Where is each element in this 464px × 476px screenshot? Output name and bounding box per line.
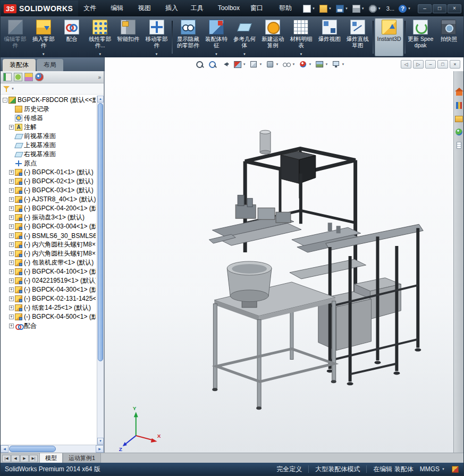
new-document-button[interactable]: ▼: [301, 4, 317, 14]
tree-item[interactable]: +(-) 包装机皮带<1> (默认): [2, 258, 96, 267]
tab-model[interactable]: 模型: [39, 453, 63, 463]
mate-button[interactable]: 配合: [57, 18, 86, 56]
expand-box[interactable]: +: [9, 179, 14, 184]
tree-item[interactable]: +(-) 内六角圆柱头螺钉M8×25[: [2, 249, 96, 258]
tree-item[interactable]: +(-) 纸套14-25<1> (默认): [2, 303, 96, 312]
featuremanager-filter[interactable]: ▼: [1, 83, 104, 95]
next-sheet-icon[interactable]: ▶: [20, 455, 29, 462]
zoom-area-button[interactable]: [207, 60, 218, 70]
tree-item[interactable]: +(-) BGPCK-04-300<1> (默认): [2, 285, 96, 294]
graphics-area[interactable]: Y X Z: [105, 71, 453, 453]
move-component-button[interactable]: 移动零部件▼: [142, 18, 171, 56]
tree-item[interactable]: +配合: [2, 321, 96, 330]
expand-box[interactable]: +: [9, 324, 14, 328]
tree-item[interactable]: 右视基准面: [2, 150, 96, 159]
scroll-down-icon[interactable]: ▼: [97, 438, 104, 445]
units-selector[interactable]: MMGS ▼: [420, 465, 445, 473]
tab-assembly[interactable]: 装配体: [3, 59, 36, 71]
featuremanager-tab-icon[interactable]: [3, 73, 12, 81]
update-speedpak-button[interactable]: 更新 Speedpak: [407, 18, 435, 56]
open-button[interactable]: ▼: [318, 4, 333, 14]
scrollbar-thumb[interactable]: [98, 103, 103, 361]
expand-box[interactable]: +: [9, 170, 14, 175]
expand-box[interactable]: +: [9, 197, 14, 202]
expand-box[interactable]: +: [9, 206, 14, 211]
motion-study-button[interactable]: 新建运动算例: [259, 18, 287, 56]
scrollbar-track[interactable]: [56, 445, 96, 453]
instant3d-button[interactable]: Instant3D: [375, 18, 403, 56]
doc-minimize-icon[interactable]: –: [425, 60, 436, 69]
expand-box[interactable]: +: [9, 287, 14, 292]
expand-box[interactable]: +: [9, 233, 14, 238]
window-prev-icon[interactable]: ◁: [401, 60, 411, 69]
menu-item[interactable]: Toolbox: [213, 1, 245, 16]
custom-properties-icon[interactable]: [455, 141, 463, 149]
expand-box[interactable]: +: [9, 224, 14, 229]
insert-component-button[interactable]: 插入零部件▼: [29, 18, 57, 56]
tree-item[interactable]: +(-) BGPCK-02<1> (默认): [2, 177, 96, 186]
tree-horizontal-scrollbar[interactable]: ◀ ▶: [1, 445, 104, 453]
snapshot-button[interactable]: 拍快照: [435, 18, 463, 56]
assembly-3d-view[interactable]: Y X Z: [105, 71, 453, 453]
show-hidden-button[interactable]: 显示隐藏的零部件: [174, 18, 202, 56]
assembly-features-button[interactable]: 装配体特征▼: [202, 18, 230, 56]
first-sheet-icon[interactable]: |◀: [2, 455, 11, 462]
panel-flyout-chevron-icon[interactable]: »: [98, 74, 101, 80]
reference-geometry-button[interactable]: 参考几何体▼: [231, 18, 259, 56]
collapse-box[interactable]: -: [3, 98, 7, 103]
doc-restore-icon[interactable]: □: [437, 60, 448, 69]
view-orientation-button[interactable]: ▼: [249, 60, 264, 70]
tree-item[interactable]: +(-) BGPCK-02-131-1425<1> (默: [2, 294, 96, 303]
expand-box[interactable]: +: [9, 125, 14, 130]
menu-item[interactable]: 插入(I): [160, 1, 185, 16]
tree-item[interactable]: +(-) BGPCK-04-500<1> (默认): [2, 312, 96, 321]
tree-item[interactable]: +(-) BGPCK-04-100<1> (默认): [2, 267, 96, 276]
scroll-right-icon[interactable]: ▶: [96, 445, 104, 453]
menu-item[interactable]: 工具(T): [185, 1, 213, 16]
tree-item[interactable]: 传感器: [2, 114, 96, 123]
hide-show-items-button[interactable]: ▼: [282, 60, 297, 70]
tree-item[interactable]: 前视基准面: [2, 132, 96, 141]
expand-box[interactable]: +: [9, 215, 14, 220]
menu-item[interactable]: 文件(F): [78, 1, 105, 16]
menu-item[interactable]: 帮助(H): [274, 1, 301, 16]
solidworks-resources-icon[interactable]: [455, 88, 463, 96]
tree-item[interactable]: 历史记录: [2, 105, 96, 114]
zoom-fit-button[interactable]: [194, 60, 205, 70]
expand-box[interactable]: +: [9, 269, 14, 274]
scrollbar-track[interactable]: [97, 362, 104, 438]
expand-box[interactable]: +: [9, 305, 14, 310]
displaymanager-tab-icon[interactable]: [35, 73, 44, 81]
print-button[interactable]: ▼: [351, 4, 366, 14]
expand-box[interactable]: +: [9, 251, 14, 256]
tree-item[interactable]: +(-) BGPCK-03<1> (默认): [2, 186, 96, 195]
menu-item[interactable]: 视图(V): [133, 1, 160, 16]
expand-box[interactable]: +: [9, 278, 14, 283]
maximize-icon[interactable]: □: [433, 4, 446, 13]
overflow-button[interactable]: 3...: [384, 4, 396, 14]
file-explorer-icon[interactable]: [455, 115, 463, 123]
tree-item[interactable]: +(-) 0242219519<1> (默认): [2, 276, 96, 285]
appearances-icon[interactable]: [455, 128, 463, 136]
status-edit-state[interactable]: 在编辑 装配体: [373, 465, 413, 474]
configurationmanager-tab-icon[interactable]: [24, 73, 33, 81]
prev-sheet-icon[interactable]: ◀: [11, 455, 20, 462]
scrollbar-thumb[interactable]: [9, 446, 56, 452]
scroll-left-icon[interactable]: ◀: [1, 445, 9, 453]
tree-item[interactable]: +(-) 振动盘3<1> (默认): [2, 213, 96, 222]
display-style-button[interactable]: ▼: [265, 60, 280, 70]
scroll-up-icon[interactable]: ▲: [97, 96, 104, 103]
tab-layout[interactable]: 布局: [37, 59, 63, 71]
save-button[interactable]: ▼: [334, 4, 350, 14]
expand-box[interactable]: +: [9, 188, 14, 193]
edit-appearance-button[interactable]: ▼: [298, 60, 313, 70]
help-button[interactable]: ▼: [397, 4, 412, 14]
tree-item[interactable]: 原点: [2, 159, 96, 168]
status-tag-icon[interactable]: [451, 465, 459, 473]
section-view-button[interactable]: ▼: [232, 60, 247, 70]
tree-item[interactable]: +(-) BGPCK-01<1> (默认): [2, 168, 96, 177]
options-button[interactable]: ▼: [367, 4, 383, 14]
tree-item[interactable]: +(-) 内六角圆柱头螺钉M8×25[: [2, 240, 96, 249]
expand-box[interactable]: +: [9, 296, 14, 301]
tree-item[interactable]: +(-) BSMLS6_30_BSMLS6-30<1>: [2, 231, 96, 240]
